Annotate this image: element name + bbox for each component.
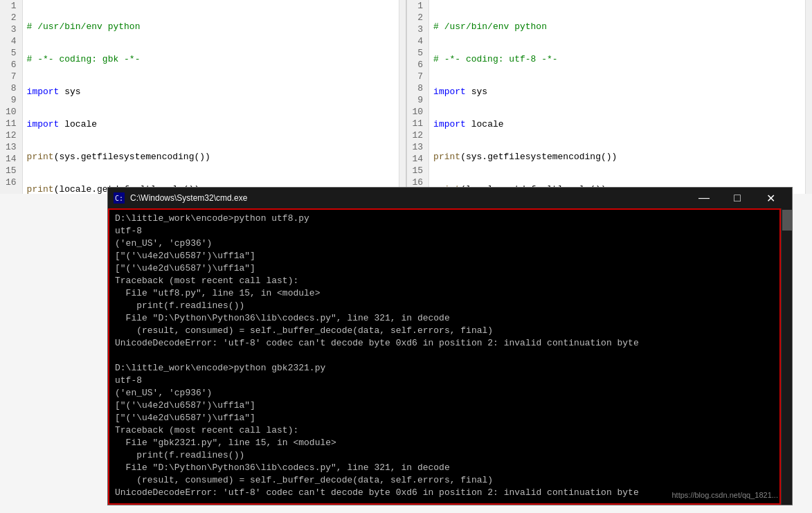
- editor-container: 12345 678910 1112131415 16 # /usr/bin/en…: [0, 0, 812, 194]
- cmd-line: File "utf8.py", line 15, in <module>: [115, 287, 777, 300]
- cmd-vscroll-thumb[interactable]: [782, 210, 792, 231]
- cmd-maximize-button[interactable]: □: [721, 188, 753, 208]
- cmd-window: C: C:\Windows\System32\cmd.exe — □ ✕ D:\…: [107, 187, 793, 505]
- cmd-line: D:\little_work\encode>python utf8.py: [115, 213, 777, 225]
- code-content-left: # /usr/bin/env python # -*- coding: gbk …: [23, 0, 399, 194]
- cmd-line: File "D:\Python\Python36\lib\codecs.py",…: [115, 462, 777, 474]
- cmd-line: (result, consumed) = self._buffer_decode…: [115, 474, 777, 487]
- watermark: https://blog.csdn.net/qq_1821...: [671, 491, 778, 499]
- cmd-close-button[interactable]: ✕: [755, 188, 786, 208]
- cmd-line: D:\little_work\encode>python gbk2321.py: [115, 362, 777, 375]
- editor-scrollbar-right[interactable]: [805, 0, 812, 194]
- cmd-line: utf-8: [115, 225, 777, 237]
- cmd-vscroll[interactable]: [781, 208, 792, 505]
- cmd-output: D:\little_work\encode>python utf8.py utf…: [115, 213, 777, 505]
- cmd-icon: C:: [114, 192, 125, 204]
- cmd-line: ["('\u4e2d\u6587')\uff1a"]: [115, 250, 777, 262]
- editor-right-pane: 12345 678910 1112131415 16 # /usr/bin/en…: [406, 0, 813, 194]
- cmd-line: Traceback (most recent call last):: [115, 275, 777, 287]
- cmd-line: Traceback (most recent call last):: [115, 424, 777, 437]
- cmd-line: print(f.readlines()): [115, 300, 777, 312]
- code-content-right: # /usr/bin/env python # -*- coding: utf-…: [429, 0, 805, 194]
- editor-left-pane: 12345 678910 1112131415 16 # /usr/bin/en…: [0, 0, 406, 194]
- cmd-line: File "D:\Python\Python36\lib\codecs.py",…: [115, 312, 777, 325]
- cmd-line: [115, 499, 777, 505]
- cmd-titlebar: C: C:\Windows\System32\cmd.exe — □ ✕: [108, 188, 792, 208]
- cmd-body[interactable]: D:\little_work\encode>python utf8.py utf…: [108, 208, 792, 505]
- cmd-line: print(f.readlines()): [115, 449, 777, 462]
- cmd-line: utf-8: [115, 375, 777, 387]
- cmd-line: [115, 350, 777, 362]
- cmd-line: ('en_US', 'cp936'): [115, 237, 777, 250]
- cmd-line: ["('\u4e2d\u6587')\uff1a"]: [115, 412, 777, 424]
- editor-scrollbar-left[interactable]: [399, 0, 406, 194]
- cmd-line: ('en_US', 'cp936'): [115, 387, 777, 399]
- cmd-title: C:\Windows\System32\cmd.exe: [130, 193, 683, 203]
- cmd-minimize-button[interactable]: —: [688, 188, 720, 208]
- cmd-line: File "gbk2321.py", line 15, in <module>: [115, 437, 777, 449]
- line-numbers-right: 12345 678910 1112131415 16: [407, 0, 430, 194]
- svg-text:C:: C:: [115, 195, 123, 202]
- line-numbers-left: 12345 678910 1112131415 16: [0, 0, 23, 194]
- cmd-line: ["('\u4e2d\u6587')\uff1a"]: [115, 399, 777, 412]
- cmd-line: ["('\u4e2d\u6587')\uff1a"]: [115, 262, 777, 275]
- cmd-line: (result, consumed) = self._buffer_decode…: [115, 325, 777, 337]
- cmd-line: UnicodeDecodeError: 'utf-8' codec can't …: [115, 337, 777, 350]
